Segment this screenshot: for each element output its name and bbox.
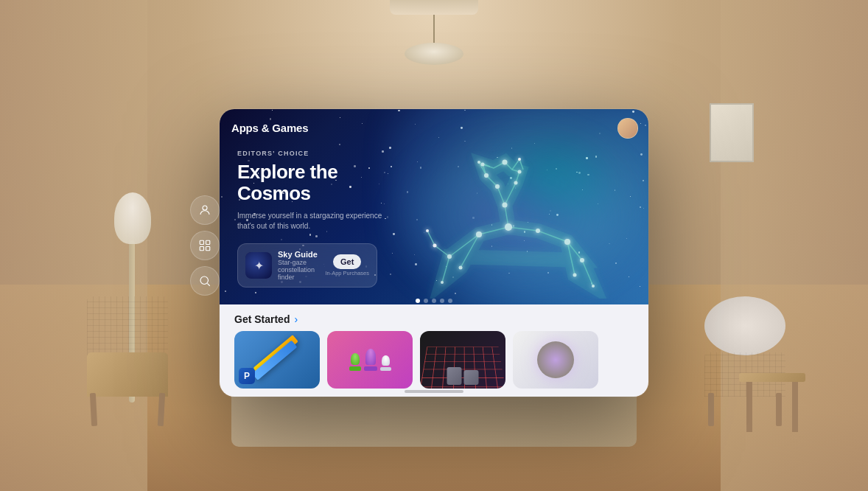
thumb-2-decoration [327,331,413,389]
svg-point-5 [200,276,209,285]
search-icon [198,274,211,288]
app-desc: Star-gaze constellation finder [278,259,319,281]
pagination-dot-2[interactable] [424,299,428,303]
app-icon-star: ✦ [254,259,264,273]
thumb-4-decoration [513,331,598,389]
chair-left [80,308,175,426]
pencil-blue [252,341,297,380]
chair-right-leg1 [708,393,714,426]
person-icon [198,203,211,217]
abstract-ball [537,341,574,378]
svg-rect-3 [200,247,203,251]
chair-left-leg2 [158,393,165,426]
chair-left-leg1 [90,393,97,426]
floor-lamp-shade [114,192,151,244]
svg-rect-4 [206,247,210,251]
get-started-arrow[interactable]: › [294,313,298,325]
ceiling-light [390,0,478,15]
chair-left-back [87,296,168,355]
search-button[interactable] [190,266,220,296]
app-badge-1: P [239,368,255,384]
chair-right-back [704,296,785,355]
app-thumbnail-3[interactable] [420,331,505,389]
get-button-container: Get In-App Purchases [325,254,369,276]
svg-point-33 [426,229,429,232]
side-table-leg1 [746,382,752,432]
svg-rect-1 [200,240,203,244]
svg-rect-2 [206,240,210,244]
svg-line-6 [207,283,209,285]
hero-content: EDITORS' CHOICE Explore the Cosmos Immer… [237,150,399,288]
editors-choice-badge: EDITORS' CHOICE [237,150,399,157]
pagination-dot-1[interactable] [416,299,420,303]
chair-left-seat [87,352,168,397]
hero-subtitle: Immerse yourself in a stargazing experie… [237,211,399,231]
ceiling-lamp-shade [405,43,463,65]
pagination-dot-5[interactable] [448,299,452,303]
get-started-header: Get Started › [220,304,648,331]
person-button[interactable] [190,195,220,225]
user-avatar[interactable] [617,118,638,139]
robot-2 [464,370,479,385]
svg-point-31 [518,158,521,161]
featured-app-card[interactable]: ✦ Sky Guide Star-gaze constellation find… [237,243,377,288]
sidebar-controls [190,195,220,296]
svg-point-0 [203,206,207,210]
pagination-dot-3[interactable] [432,299,436,303]
app-cards-row: P [220,331,648,389]
bottom-section: Get Started › P [220,304,648,397]
hero-title-line2: Cosmos [237,182,311,204]
grid-button[interactable] [190,231,220,260]
hero-section: Apps & Games EDITORS' CHOICE Explore the… [220,109,648,312]
hero-title: Explore the Cosmos [237,161,399,203]
app-header: Apps & Games [220,109,648,146]
ceiling-cord [433,15,435,44]
app-name: Sky Guide [278,250,319,259]
window-handle [405,390,463,393]
app-thumbnail-2[interactable] [327,331,413,389]
side-table-leg2 [792,382,798,432]
grid-icon [198,239,211,252]
avatar-image [618,119,637,138]
constellation-bear [391,124,626,301]
robot-figure [447,367,479,385]
pagination-dot-4[interactable] [440,299,444,303]
get-button[interactable]: Get [333,254,361,269]
side-table-top [739,373,805,382]
svg-point-32 [433,244,437,248]
in-app-purchases-label: In-App Purchases [325,270,369,276]
pagination-dots [416,299,452,303]
app-info: Sky Guide Star-gaze constellation finder [278,250,319,281]
wall-art [710,103,754,162]
app-icon: ✦ [245,252,272,279]
hero-title-line1: Explore the [237,161,337,183]
get-started-label: Get Started [234,313,290,325]
app-window: Apps & Games EDITORS' CHOICE Explore the… [220,109,648,397]
side-table [739,373,805,432]
app-thumbnail-4[interactable] [513,331,598,389]
app-title: Apps & Games [231,122,308,134]
app-icon-inner: ✦ [245,252,272,279]
robot-1 [447,367,462,385]
app-thumbnail-1[interactable]: P [234,331,320,389]
